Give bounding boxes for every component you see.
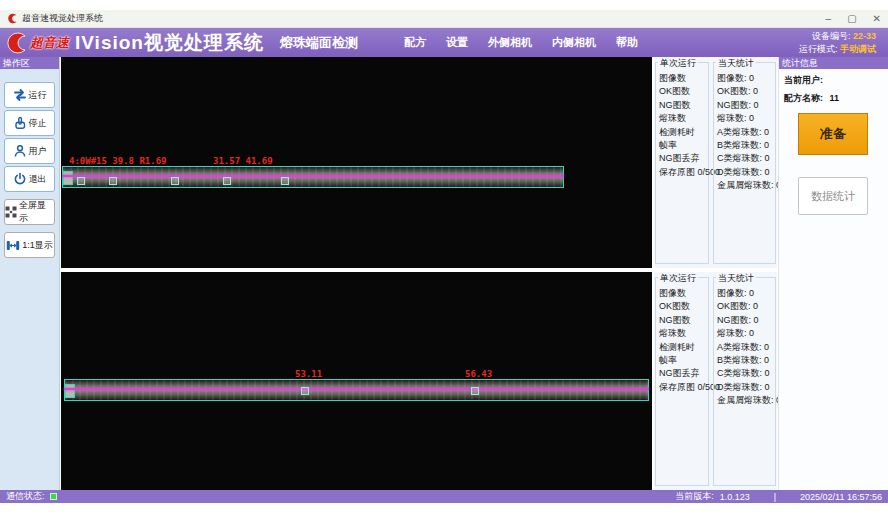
groupbox-single-run: 单次运行 图像数 OK图数 NG图数 熔珠数 检测耗时 帧率 NG图丢弃 保存原…: [655, 62, 709, 264]
one-to-one-button[interactable]: 1:1显示: [4, 232, 55, 258]
stat-row: OK图数: 0: [717, 300, 775, 313]
menu-bar: 配方 设置 外侧相机 内侧相机 帮助: [404, 35, 638, 50]
info-panel-title: 统计信息: [779, 57, 888, 69]
stat-row: 图像数: 0: [717, 287, 775, 300]
groupbox-today-stats: 当天统计 图像数: 0 OK图数: 0 NG图数: 0 熔珠数: 0 A类熔珠数…: [713, 277, 776, 486]
exit-button[interactable]: 退出: [4, 166, 55, 192]
run-button-label: 运行: [29, 89, 47, 102]
camera-viewport-bottom: 53.11 56.43: [61, 272, 652, 490]
app-header: 超音速 IVision视觉处理系统 熔珠端面检测 配方 设置 外侧相机 内侧相机…: [0, 28, 888, 57]
comm-status-indicator: [50, 493, 57, 500]
info-panel: 统计信息 当前用户: 配方名称: 11 准备 数据统计: [778, 57, 888, 490]
stat-row: NG图丢弃: [659, 367, 708, 380]
strip-rod-end: [65, 384, 75, 398]
device-id-label: 设备编号:: [812, 31, 851, 41]
groupbox-today-stats: 当天统计 图像数: 0 OK图数: 0 NG图数: 0 熔珠数: 0 A类熔珠数…: [713, 62, 776, 264]
stat-row: 帧率: [659, 354, 708, 367]
operation-panel: 操作区 运行 停止 用户 退出: [0, 57, 60, 490]
menu-item-inner-camera[interactable]: 内侧相机: [552, 35, 596, 50]
stat-row: NG图数: [659, 314, 708, 327]
menu-item-settings[interactable]: 设置: [446, 35, 468, 50]
user-button-label: 用户: [29, 145, 47, 158]
stat-row: 熔珠数: [659, 327, 708, 340]
stat-row: B类熔珠数: 0: [717, 139, 775, 152]
user-button[interactable]: 用户: [4, 138, 55, 164]
groupbox-title: 当天统计: [716, 272, 756, 285]
stat-row: 熔珠数: [659, 112, 708, 125]
stat-row: 帧率: [659, 139, 708, 152]
operation-panel-title: 操作区: [0, 57, 59, 69]
prepare-button[interactable]: 准备: [798, 113, 868, 155]
power-icon: [13, 172, 27, 186]
stop-button[interactable]: 停止: [4, 110, 55, 136]
brand-logo: 超音速: [0, 31, 75, 55]
one-to-one-icon: [6, 239, 20, 252]
app-icon: [7, 13, 18, 24]
comm-status-label: 通信状态:: [6, 490, 45, 503]
detection-cell: [301, 387, 309, 395]
close-button[interactable]: ✕: [873, 11, 881, 27]
stat-row: 图像数: 0: [717, 72, 775, 85]
header-status: 设备编号: 22-33 运行模式: 手动调试: [799, 30, 888, 56]
run-button[interactable]: 运行: [4, 82, 55, 108]
status-separator: |: [774, 492, 776, 502]
detection-strip: [62, 166, 564, 188]
app-subtitle: 熔珠端面检测: [280, 34, 358, 52]
stop-button-label: 停止: [29, 117, 47, 130]
camera-viewport-top: 4:0W#15 39.8 R1.69 31.57 41.69: [61, 57, 652, 268]
maximize-button[interactable]: ▢: [847, 11, 856, 27]
groupbox-single-run: 单次运行 图像数 OK图数 NG图数 熔珠数 检测耗时 帧率 NG图丢弃 保存原…: [655, 277, 709, 486]
stat-row: A类熔珠数: 0: [717, 341, 775, 354]
magenta-scan-line: [64, 388, 649, 390]
stat-row: NG图数: [659, 99, 708, 112]
minimize-button[interactable]: –: [826, 11, 832, 27]
window-title: 超音速视觉处理系统: [22, 12, 103, 25]
menu-item-help[interactable]: 帮助: [616, 35, 638, 50]
run-mode-value: 手动调试: [840, 44, 876, 54]
status-datetime: 2025/02/11 16:57:56: [800, 492, 882, 502]
run-icon: [13, 88, 27, 102]
magenta-scan-line: [62, 175, 564, 177]
data-stats-button[interactable]: 数据统计: [798, 177, 868, 215]
stats-panel-bottom: 单次运行 图像数 OK图数 NG图数 熔珠数 检测耗时 帧率 NG图丢弃 保存原…: [654, 272, 777, 490]
groupbox-title: 单次运行: [658, 272, 698, 285]
stat-row: OK图数: [659, 300, 708, 313]
version-value: 1.0.123: [720, 492, 750, 502]
user-icon: [13, 144, 27, 158]
stats-panel-top: 单次运行 图像数 OK图数 NG图数 熔珠数 检测耗时 帧率 NG图丢弃 保存原…: [654, 57, 777, 268]
app-title: IVision视觉处理系统: [75, 30, 264, 56]
stat-row: 保存原图 0/500: [659, 166, 708, 179]
one-to-one-button-label: 1:1显示: [22, 239, 53, 252]
detection-cell: [471, 387, 479, 395]
detection-cell: [77, 177, 85, 185]
menu-item-outer-camera[interactable]: 外侧相机: [488, 35, 532, 50]
fullscreen-button-label: 全屏显示: [19, 199, 54, 225]
exit-button-label: 退出: [29, 173, 47, 186]
groupbox-title: 单次运行: [658, 57, 698, 70]
stat-row: 金属屑熔珠数: 0: [717, 394, 775, 407]
stat-row: 图像数: [659, 287, 708, 300]
detection-cell: [281, 177, 289, 185]
device-id-value: 22-33: [853, 31, 876, 41]
stat-row: 保存原图 0/500: [659, 381, 708, 394]
recipe-name-label: 配方名称:: [784, 93, 823, 103]
stat-row: A类熔珠数: 0: [717, 126, 775, 139]
hand-icon: [13, 116, 27, 130]
detection-cell: [223, 177, 231, 185]
measurement-annotation: 56.43: [465, 369, 492, 379]
status-bar: 通信状态: 当前版本: 1.0.123 | 2025/02/11 16:57:5…: [0, 490, 888, 503]
stat-row: 检测耗时: [659, 341, 708, 354]
run-mode-label: 运行模式:: [799, 44, 838, 54]
stat-row: 图像数: [659, 72, 708, 85]
brand-name: 超音速: [30, 34, 69, 52]
detection-cell: [171, 177, 179, 185]
fullscreen-button[interactable]: 全屏显示: [4, 199, 55, 225]
stat-row: 金属屑熔珠数: 0: [717, 179, 775, 192]
stat-row: NG图数: 0: [717, 99, 775, 112]
stat-row: C类熔珠数: 0: [717, 367, 775, 380]
menu-item-recipe[interactable]: 配方: [404, 35, 426, 50]
stat-row: 熔珠数: 0: [717, 327, 775, 340]
stat-row: 检测耗时: [659, 126, 708, 139]
stat-row: OK图数: [659, 85, 708, 98]
grid-icon: [5, 206, 17, 218]
